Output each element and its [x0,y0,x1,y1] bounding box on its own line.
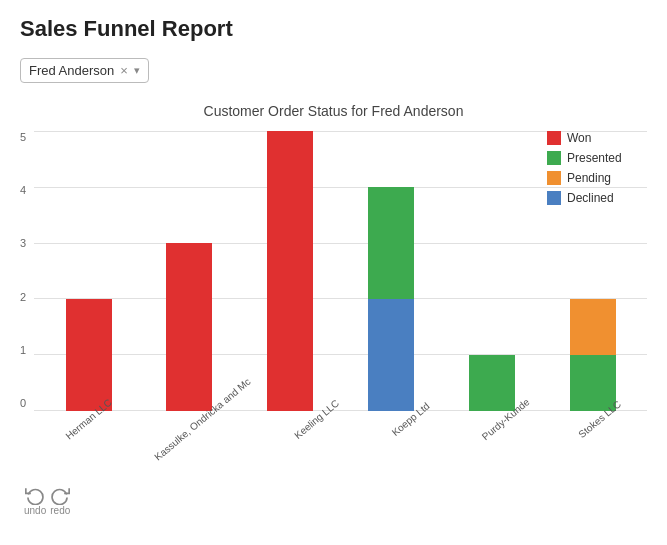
legend-item: Declined [547,191,647,205]
undo-button[interactable]: undo [24,485,46,516]
y-axis-label: 4 [20,184,26,196]
page-title: Sales Funnel Report [20,16,647,42]
y-axis-label: 5 [20,131,26,143]
stacked-bar [368,187,414,411]
bar-segment-presented [368,187,414,299]
bar-segment-pending [570,299,616,355]
legend-color-box [547,171,561,185]
bottom-toolbar: undo redo [20,485,647,516]
chart-title: Customer Order Status for Fred Anderson [204,103,464,119]
chart-legend: WonPresentedPendingDeclined [547,131,647,205]
legend-label: Won [567,131,591,145]
chart-container: Customer Order Status for Fred Anderson … [20,103,647,475]
bar-segment-presented [570,355,616,411]
legend-color-box [547,151,561,165]
bar-segment-won [267,131,313,411]
x-labels: Herman LLCKassulke, Ondricka and McKeeli… [34,415,647,475]
filter-tag[interactable]: Fred Anderson × ▾ [20,58,149,83]
stacked-bar [469,355,515,411]
y-axis-label: 3 [20,237,26,249]
filter-dropdown-icon[interactable]: ▾ [134,64,140,77]
filter-label: Fred Anderson [29,63,114,78]
legend-label: Declined [567,191,614,205]
bar-group [145,243,234,411]
bar-group [347,187,436,411]
stacked-bar [570,299,616,411]
legend-item: Pending [547,171,647,185]
legend-color-box [547,191,561,205]
y-axis-label: 1 [20,344,26,356]
bar-segment-won [166,243,212,411]
filter-remove-icon[interactable]: × [120,63,128,78]
legend-color-box [547,131,561,145]
bar-segment-declined [368,299,414,411]
stacked-bar [166,243,212,411]
filter-bar: Fred Anderson × ▾ [20,58,647,83]
y-axis-label: 0 [20,397,26,409]
stacked-bar [66,299,112,411]
legend-label: Presented [567,151,622,165]
bar-segment-won [66,299,112,411]
legend-label: Pending [567,171,611,185]
legend-item: Presented [547,151,647,165]
redo-button[interactable]: redo [50,485,70,516]
y-axis: 543210 [20,131,34,411]
legend-item: Won [547,131,647,145]
stacked-bar [267,131,313,411]
bar-segment-presented [469,355,515,411]
undo-redo-group: undo redo [24,485,70,516]
bar-group [246,131,335,411]
y-axis-label: 2 [20,291,26,303]
